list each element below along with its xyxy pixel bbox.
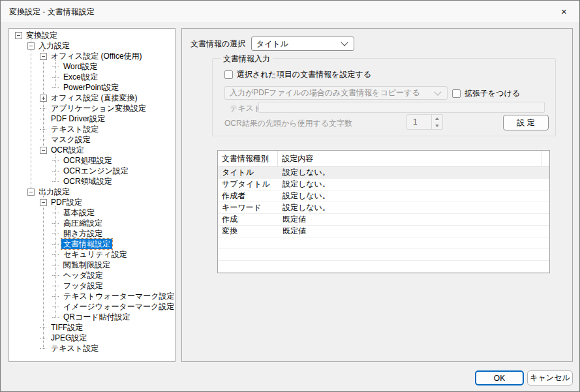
- tree-item[interactable]: Excel設定: [9, 72, 175, 82]
- tree-connector: [52, 307, 59, 307]
- tree-item[interactable]: 基本設定: [9, 207, 175, 218]
- tree-item-label: オフィス設定 (Office使用): [49, 51, 144, 61]
- tree-item-label: アプリケーション変換設定: [49, 103, 148, 113]
- stepper-up-button: [432, 115, 442, 122]
- tree-item[interactable]: QRコード貼付設定: [9, 312, 175, 322]
- tree-connector: [40, 108, 46, 109]
- collapse-icon[interactable]: [40, 199, 47, 206]
- tree-item-label: 開き方設定: [61, 228, 104, 239]
- tree-item[interactable]: 開き方設定: [9, 228, 175, 239]
- tree-item-label: マスク設定: [49, 134, 93, 145]
- table-row[interactable]: 作成既定値: [218, 214, 549, 226]
- tree-item-label: TIFF設定: [49, 322, 85, 333]
- tree-item[interactable]: 高圧縮設定: [9, 218, 175, 228]
- tree-item[interactable]: PDF設定: [9, 197, 175, 207]
- tree-item[interactable]: JPEG設定: [9, 333, 175, 343]
- extension-checkbox[interactable]: [452, 89, 461, 98]
- column-header-content[interactable]: 設定内容: [278, 151, 542, 166]
- table-cell-type: サブタイトル: [218, 179, 279, 190]
- tree-item[interactable]: セキュリティ設定: [9, 249, 175, 260]
- doc-info-select-label: 文書情報の選択: [191, 38, 245, 50]
- tree-item-label: テキスト設定: [49, 124, 100, 134]
- tree-item[interactable]: テキストウォーターマーク設定: [9, 291, 175, 301]
- tree-item[interactable]: マスク設定: [9, 134, 175, 145]
- conversion-settings-dialog: 変換設定 - 文書情報設定 × 変換設定入力設定オフィス設定 (Office使用…: [0, 0, 580, 392]
- table-cell-type: 作成: [218, 214, 279, 225]
- tree-item[interactable]: 変換設定: [9, 30, 175, 40]
- tree-item-label: イメージウォーターマーク設定: [61, 301, 176, 312]
- set-doc-info-checkbox[interactable]: [224, 70, 233, 79]
- table-cell-content: 設定しない。: [279, 190, 549, 202]
- tree-item[interactable]: ヘッダ設定: [9, 270, 175, 280]
- arrow-down-icon: [435, 125, 439, 127]
- copy-doc-info-dropdown: 入力がPDFファイルの場合のみ文書情報をコピーする: [224, 86, 448, 100]
- tree-item[interactable]: アプリケーション変換設定: [9, 103, 175, 113]
- tree-item[interactable]: TIFF設定: [9, 322, 175, 333]
- tree-item[interactable]: オフィス設定 (直接変換): [9, 93, 175, 103]
- tree-item-label: 変換設定: [24, 30, 59, 40]
- table-row[interactable]: サブタイトル設定しない。: [218, 179, 549, 190]
- tree-item[interactable]: フッタ設定: [9, 280, 175, 291]
- expand-icon[interactable]: [40, 95, 47, 102]
- tree-item[interactable]: PDF Driver設定: [9, 113, 175, 124]
- tree-connector: [52, 286, 59, 286]
- set-doc-info-checkbox-row: 選択された項目の文書情報を設定する: [224, 69, 371, 80]
- table-row[interactable]: キーワード設定しない。: [218, 202, 549, 214]
- tree-item-label: 出力設定: [37, 187, 72, 197]
- arrow-up-icon: [435, 117, 439, 120]
- collapse-icon[interactable]: [27, 188, 35, 196]
- table-row[interactable]: 変換既定値: [218, 226, 549, 237]
- tree-item[interactable]: テキスト設定: [9, 124, 175, 134]
- tree-connector: [52, 317, 59, 318]
- table-cell-type: タイトル: [218, 167, 279, 178]
- set-button-label: 設 定: [517, 117, 534, 128]
- set-button[interactable]: 設 定: [503, 115, 549, 130]
- tree-item-label: 閲覧制限設定: [61, 260, 112, 270]
- table-row[interactable]: 作成者設定しない。: [218, 190, 549, 202]
- tree-item[interactable]: イメージウォーターマーク設定: [9, 301, 175, 312]
- tree-item-label: OCR処理設定: [61, 155, 114, 166]
- tree-item-label: PDF設定: [49, 197, 84, 207]
- cancel-button[interactable]: キャンセル: [527, 370, 573, 385]
- tree-item[interactable]: PowerPoint設定: [9, 82, 175, 93]
- tree-item[interactable]: Word設定: [9, 61, 175, 72]
- close-button[interactable]: ×: [549, 1, 579, 22]
- tree-connector: [52, 244, 59, 245]
- tree-item[interactable]: OCR設定: [9, 145, 175, 155]
- doc-info-select-dropdown[interactable]: タイトル: [251, 37, 354, 51]
- tree-item[interactable]: 閲覧制限設定: [9, 260, 175, 270]
- tree-connector: [52, 234, 59, 234]
- ok-button[interactable]: OK: [475, 370, 524, 385]
- tree-item[interactable]: OCRエンジン設定: [9, 166, 175, 176]
- tree-item[interactable]: テキスト設定: [9, 343, 175, 354]
- table-cell-type: キーワード: [218, 202, 279, 213]
- table-row-empty[interactable]: [218, 237, 549, 249]
- tree-item-label: OCR領域設定: [61, 176, 114, 187]
- tree-connector: [52, 296, 59, 297]
- column-header-type[interactable]: 文書情報種別: [218, 151, 278, 166]
- cancel-button-label: キャンセル: [530, 372, 570, 384]
- table-row[interactable]: タイトル設定しない。: [218, 167, 549, 179]
- extension-checkbox-row: 拡張子をつける: [452, 88, 520, 99]
- tree-item[interactable]: 出力設定: [9, 187, 175, 197]
- collapse-icon[interactable]: [27, 42, 35, 50]
- tree-connector: [40, 338, 46, 339]
- collapse-icon[interactable]: [40, 147, 47, 154]
- tree-item[interactable]: 入力設定: [9, 40, 175, 51]
- tree-item[interactable]: OCR処理設定: [9, 155, 175, 166]
- tree-item[interactable]: OCR領域設定: [9, 176, 175, 187]
- table-cell-content: 設定しない。: [279, 202, 549, 213]
- collapse-icon[interactable]: [15, 32, 22, 39]
- tree-item[interactable]: 文書情報設定: [9, 239, 175, 249]
- stepper-down-button: [432, 122, 442, 129]
- tree-item-label: PowerPoint設定: [61, 82, 121, 93]
- tree-item[interactable]: オフィス設定 (Office使用): [9, 51, 175, 61]
- table-row-empty[interactable]: [218, 261, 549, 273]
- tree-connector: [40, 129, 46, 130]
- table-cell-content: 設定しない。: [279, 179, 549, 190]
- stepper-arrows: [431, 115, 442, 129]
- close-icon: ×: [561, 6, 567, 17]
- collapse-icon[interactable]: [40, 53, 47, 60]
- chevron-down-icon: [434, 88, 441, 95]
- table-row-empty[interactable]: [218, 249, 549, 261]
